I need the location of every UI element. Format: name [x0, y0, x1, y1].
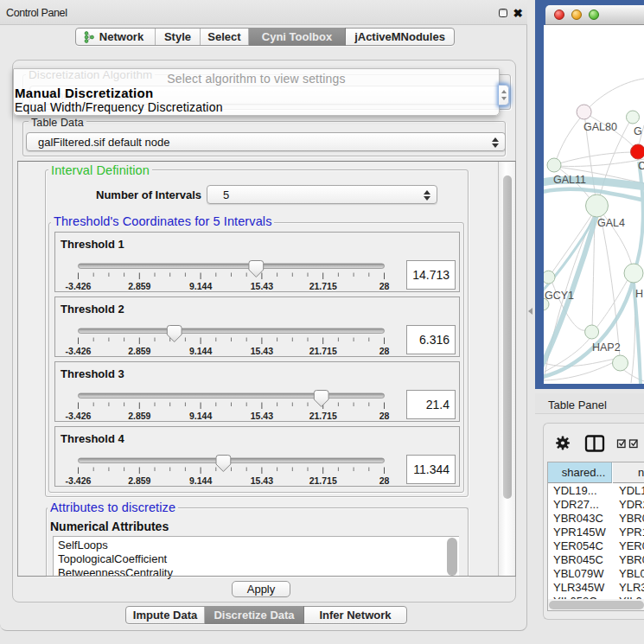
svg-text:H: H: [635, 288, 643, 300]
svg-text:28: 28: [379, 475, 390, 486]
svg-text:2.859: 2.859: [128, 346, 150, 356]
svg-text:28: 28: [379, 346, 390, 356]
svg-text:C: C: [638, 160, 644, 172]
svg-text:21.715: 21.715: [309, 411, 337, 421]
svg-text:15.43: 15.43: [251, 346, 273, 356]
svg-text:GAL80: GAL80: [583, 121, 617, 133]
svg-text:21.715: 21.715: [309, 281, 337, 291]
svg-text:21.715: 21.715: [309, 346, 337, 356]
svg-text:15.43: 15.43: [251, 281, 273, 291]
svg-text:-3.426: -3.426: [66, 475, 92, 486]
svg-text:-3.426: -3.426: [66, 281, 92, 291]
svg-text:GCY1: GCY1: [545, 290, 574, 302]
svg-text:2.859: 2.859: [128, 475, 150, 486]
svg-text:GAL11: GAL11: [553, 174, 586, 186]
svg-text:9.144: 9.144: [189, 281, 212, 291]
svg-text:15.43: 15.43: [251, 475, 273, 486]
svg-text:28: 28: [379, 411, 390, 421]
svg-text:-3.426: -3.426: [66, 411, 92, 421]
svg-text:9.144: 9.144: [189, 346, 212, 356]
svg-text:2.859: 2.859: [128, 411, 150, 421]
svg-text:15.43: 15.43: [251, 411, 273, 421]
svg-text:GAL4: GAL4: [597, 217, 625, 229]
svg-text:G: G: [634, 125, 642, 137]
svg-text:HAP2: HAP2: [592, 341, 621, 354]
svg-text:9.144: 9.144: [189, 475, 212, 486]
svg-text:9.144: 9.144: [189, 411, 212, 421]
svg-text:21.715: 21.715: [309, 475, 337, 486]
svg-text:28: 28: [379, 281, 390, 291]
svg-text:-3.426: -3.426: [66, 346, 92, 356]
svg-text:2.859: 2.859: [128, 281, 150, 291]
